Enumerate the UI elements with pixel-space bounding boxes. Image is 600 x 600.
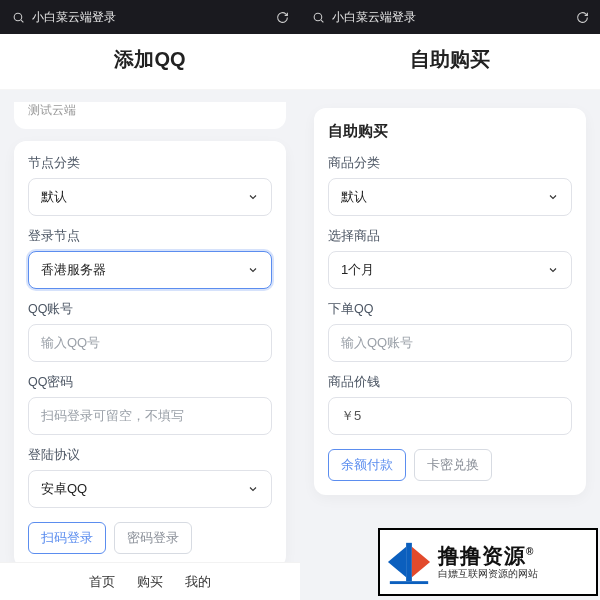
svg-rect-5	[390, 581, 428, 584]
nav-home[interactable]: 首页	[89, 573, 115, 591]
select-product-value: 1个月	[341, 261, 374, 279]
node-category-value: 默认	[41, 188, 67, 206]
qq-account-label: QQ账号	[28, 301, 272, 318]
watermark-subtitle: 白嫖互联网资源的网站	[438, 568, 538, 580]
nav-buy[interactable]: 购买	[137, 573, 163, 591]
qq-password-label: QQ密码	[28, 374, 272, 391]
qq-account-placeholder: 输入QQ号	[41, 334, 100, 352]
browser-topbar: 小白菜云端登录	[0, 0, 300, 34]
purchase-buttons: 余额付款 卡密兑换	[328, 449, 572, 481]
login-protocol-label: 登陆协议	[28, 447, 272, 464]
card-exchange-button[interactable]: 卡密兑换	[414, 449, 492, 481]
login-node-label: 登录节点	[28, 228, 272, 245]
watermark-brand: 撸撸资源®	[438, 544, 538, 568]
left-pane: 小白菜云端登录 添加QQ 测试云端 节点分类 默认 登录节点 香港服务器	[0, 0, 300, 600]
svg-point-0	[14, 13, 22, 21]
product-category-value: 默认	[341, 188, 367, 206]
order-qq-label: 下单QQ	[328, 301, 572, 318]
chevron-down-icon	[247, 191, 259, 203]
select-product-label: 选择商品	[328, 228, 572, 245]
chevron-down-icon	[547, 191, 559, 203]
product-price-field: ￥5	[328, 397, 572, 435]
watermark-badge: 撸撸资源® 白嫖互联网资源的网站	[378, 528, 598, 596]
search-icon	[10, 11, 26, 24]
product-category-select[interactable]: 默认	[328, 178, 572, 216]
svg-point-1	[314, 13, 322, 21]
scan-login-button[interactable]: 扫码登录	[28, 522, 106, 554]
page-title: 小白菜云端登录	[32, 9, 116, 26]
right-pane: 小白菜云端登录 自助购买 自助购买 商品分类 默认 选择商品 1个月 下单QQ	[300, 0, 600, 600]
watermark-logo-icon	[386, 539, 432, 585]
login-buttons: 扫码登录 密码登录	[28, 522, 272, 554]
page-title: 小白菜云端登录	[332, 9, 416, 26]
truncated-top-card: 测试云端	[14, 102, 286, 129]
nav-mine[interactable]: 我的	[185, 573, 211, 591]
header-title: 自助购买	[300, 34, 600, 90]
order-qq-placeholder: 输入QQ账号	[341, 334, 413, 352]
chevron-down-icon	[547, 264, 559, 276]
login-protocol-select[interactable]: 安卓QQ	[28, 470, 272, 508]
qq-account-input[interactable]: 输入QQ号	[28, 324, 272, 362]
browser-topbar: 小白菜云端登录	[300, 0, 600, 34]
login-protocol-value: 安卓QQ	[41, 480, 87, 498]
add-qq-card: 节点分类 默认 登录节点 香港服务器 QQ账号 输入QQ号 QQ密码 扫码登录可…	[14, 141, 286, 568]
svg-marker-4	[412, 547, 430, 578]
qq-password-input[interactable]: 扫码登录可留空，不填写	[28, 397, 272, 435]
refresh-icon[interactable]	[274, 11, 290, 24]
qq-password-placeholder: 扫码登录可留空，不填写	[41, 407, 184, 425]
self-purchase-card: 自助购买 商品分类 默认 选择商品 1个月 下单QQ 输入QQ账号 商品价钱	[314, 108, 586, 495]
product-category-label: 商品分类	[328, 155, 572, 172]
password-login-button[interactable]: 密码登录	[114, 522, 192, 554]
login-node-value: 香港服务器	[41, 261, 106, 279]
chevron-down-icon	[247, 264, 259, 276]
bottom-nav: 首页 购买 我的	[0, 562, 300, 600]
refresh-icon[interactable]	[574, 11, 590, 24]
login-node-select[interactable]: 香港服务器	[28, 251, 272, 289]
product-price-value: ￥5	[341, 407, 361, 425]
search-icon	[310, 11, 326, 24]
node-category-label: 节点分类	[28, 155, 272, 172]
truncated-text: 测试云端	[28, 103, 76, 117]
balance-pay-button[interactable]: 余额付款	[328, 449, 406, 481]
order-qq-input[interactable]: 输入QQ账号	[328, 324, 572, 362]
header-title: 添加QQ	[0, 34, 300, 90]
select-product-select[interactable]: 1个月	[328, 251, 572, 289]
card-title: 自助购买	[328, 122, 572, 141]
svg-rect-2	[406, 543, 412, 581]
registered-icon: ®	[526, 546, 534, 557]
chevron-down-icon	[247, 483, 259, 495]
node-category-select[interactable]: 默认	[28, 178, 272, 216]
product-price-label: 商品价钱	[328, 374, 572, 391]
left-content: 测试云端 节点分类 默认 登录节点 香港服务器 QQ账号 输入QQ号 QQ密码	[0, 90, 300, 600]
right-content: 自助购买 商品分类 默认 选择商品 1个月 下单QQ 输入QQ账号 商品价钱	[300, 90, 600, 600]
svg-marker-3	[388, 547, 406, 578]
